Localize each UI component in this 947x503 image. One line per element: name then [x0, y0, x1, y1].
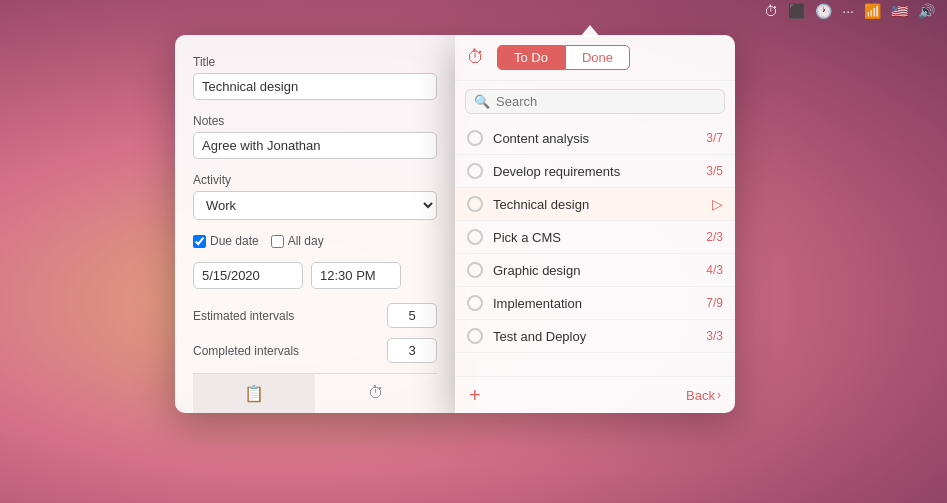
due-date-checkbox-label[interactable]: Due date [193, 234, 259, 248]
completed-intervals-row: Completed intervals [193, 338, 437, 363]
task-circle [467, 130, 483, 146]
display-icon[interactable]: ⬛ [788, 3, 805, 19]
play-icon: ▷ [712, 196, 723, 212]
task-count: 2/3 [706, 230, 723, 244]
tab-list[interactable]: 📋 [193, 374, 315, 413]
notes-field-group: Notes [193, 114, 437, 159]
task-count: 7/9 [706, 296, 723, 310]
list-item[interactable]: Graphic design 4/3 [455, 254, 735, 287]
tab-done-button[interactable]: Done [565, 45, 630, 70]
task-name: Test and Deploy [493, 329, 696, 344]
list-panel: ⏱ To Do Done 🔍 Content analysis 3/7 Deve… [455, 35, 735, 413]
task-name: Implementation [493, 296, 696, 311]
timer-icon[interactable]: ⏱ [764, 3, 778, 19]
detail-tabs: 📋 ⏱ [193, 373, 437, 413]
due-date-checkbox[interactable] [193, 235, 206, 248]
list-header: ⏱ To Do Done [455, 35, 735, 81]
time-input[interactable] [311, 262, 401, 289]
estimated-intervals-row: Estimated intervals [193, 303, 437, 328]
task-circle [467, 262, 483, 278]
title-field-group: Title [193, 55, 437, 100]
wifi-icon[interactable]: 📶 [864, 3, 881, 19]
task-count: 3/5 [706, 164, 723, 178]
search-box: 🔍 [465, 89, 725, 114]
all-day-checkbox-label[interactable]: All day [271, 234, 324, 248]
task-count: 3/7 [706, 131, 723, 145]
flag-icon[interactable]: 🇺🇸 [891, 3, 908, 19]
due-date-label: Due date [210, 234, 259, 248]
list-item[interactable]: Content analysis 3/7 [455, 122, 735, 155]
completed-input[interactable] [387, 338, 437, 363]
task-circle [467, 229, 483, 245]
volume-icon[interactable]: 🔊 [918, 3, 935, 19]
tab-clock[interactable]: ⏱ [315, 374, 437, 413]
more-icon[interactable]: ··· [842, 3, 854, 19]
list-item[interactable]: Test and Deploy 3/3 [455, 320, 735, 353]
task-name: Technical design [493, 197, 702, 212]
clock-icon[interactable]: 🕐 [815, 3, 832, 19]
due-date-row: Due date All day [193, 234, 437, 248]
task-count: 4/3 [706, 263, 723, 277]
search-icon: 🔍 [474, 94, 490, 109]
task-circle [467, 196, 483, 212]
estimated-label: Estimated intervals [193, 309, 294, 323]
back-button[interactable]: Back › [686, 388, 721, 403]
back-label: Back [686, 388, 715, 403]
task-list: Content analysis 3/7 Develop requirement… [455, 122, 735, 376]
title-input[interactable] [193, 73, 437, 100]
task-name: Graphic design [493, 263, 696, 278]
list-item[interactable]: Pick a CMS 2/3 [455, 221, 735, 254]
notes-label: Notes [193, 114, 437, 128]
activity-label: Activity [193, 173, 437, 187]
notes-input[interactable] [193, 132, 437, 159]
list-item-active[interactable]: Technical design ▷ [455, 188, 735, 221]
list-app-icon: ⏱ [467, 47, 485, 68]
popover-pointer [580, 25, 600, 37]
task-count: 3/3 [706, 329, 723, 343]
task-circle [467, 295, 483, 311]
add-button[interactable]: + [469, 385, 481, 405]
list-item[interactable]: Develop requirements 3/5 [455, 155, 735, 188]
back-chevron-icon: › [717, 388, 721, 402]
tab-buttons: To Do Done [497, 45, 630, 70]
completed-label: Completed intervals [193, 344, 299, 358]
list-footer: + Back › [455, 376, 735, 413]
menubar: ⏱ ⬛ 🕐 ··· 📶 🇺🇸 🔊 [0, 0, 947, 22]
activity-select[interactable]: Work Personal Study [193, 191, 437, 220]
detail-panel: Title Notes Activity Work Personal Study… [175, 35, 455, 413]
task-name: Develop requirements [493, 164, 696, 179]
all-day-label: All day [288, 234, 324, 248]
task-name: Pick a CMS [493, 230, 696, 245]
task-circle [467, 328, 483, 344]
app-container: Title Notes Activity Work Personal Study… [175, 35, 735, 413]
tab-todo-button[interactable]: To Do [497, 45, 565, 70]
estimated-input[interactable] [387, 303, 437, 328]
date-input[interactable] [193, 262, 303, 289]
task-name: Content analysis [493, 131, 696, 146]
task-circle [467, 163, 483, 179]
title-label: Title [193, 55, 437, 69]
all-day-checkbox[interactable] [271, 235, 284, 248]
list-item[interactable]: Implementation 7/9 [455, 287, 735, 320]
activity-field-group: Activity Work Personal Study [193, 173, 437, 220]
search-input[interactable] [496, 94, 716, 109]
datetime-row [193, 262, 437, 289]
